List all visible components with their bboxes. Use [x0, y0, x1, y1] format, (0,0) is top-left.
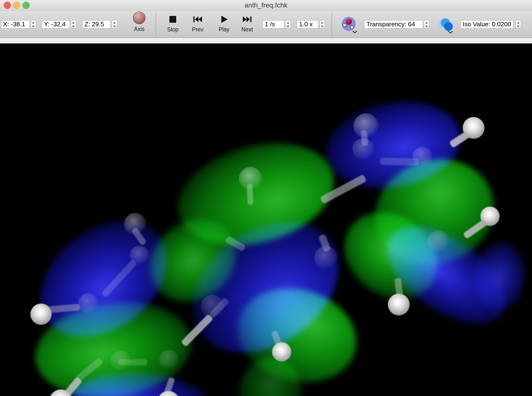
- hydrogen-atom: [49, 389, 72, 396]
- next-button-label: Next: [241, 26, 253, 33]
- transparency-field[interactable]: Transparency: 64: [364, 20, 423, 28]
- transparency-stepper[interactable]: [424, 20, 429, 28]
- hydrogen-atom: [272, 342, 291, 361]
- speed-stepper[interactable]: [320, 20, 325, 28]
- iso-value-stepper[interactable]: [516, 20, 521, 28]
- toolbar-substrip: [0, 38, 532, 43]
- stop-icon: [168, 14, 178, 24]
- hydrogen-atom: [388, 294, 410, 315]
- hydrogen-atom: [463, 117, 484, 139]
- surface-color-dropdown[interactable]: [436, 18, 457, 35]
- rotation-x-field[interactable]: X: -38.1: [1, 20, 30, 28]
- speed-field[interactable]: 1.0 x: [297, 20, 318, 28]
- window-title: anth_freq.fchk: [0, 0, 532, 11]
- axis-sphere-icon: [133, 12, 146, 24]
- axis-button-label: Axis: [134, 26, 144, 32]
- skip-back-icon: [192, 14, 203, 24]
- play-icon: [219, 14, 229, 24]
- atoms-layer: [0, 43, 532, 396]
- axis-button[interactable]: Axis: [129, 12, 149, 37]
- next-button[interactable]: Next: [237, 14, 257, 37]
- toolbar-separator: [331, 12, 332, 36]
- play-button[interactable]: Play: [214, 14, 234, 37]
- stop-button-label: Stop: [167, 26, 178, 33]
- rotation-y-field[interactable]: Y: -32.4: [42, 20, 70, 28]
- prev-button[interactable]: Prev: [188, 14, 208, 37]
- hydrogen-atom: [480, 207, 500, 226]
- hydrogen-atom: [30, 304, 52, 325]
- chevron-down-icon: [448, 30, 453, 34]
- rotation-x-stepper[interactable]: [31, 20, 36, 28]
- surface-style-dropdown[interactable]: [342, 17, 359, 35]
- rotation-z-stepper[interactable]: [112, 20, 117, 28]
- prev-button-label: Prev: [192, 26, 203, 33]
- rotation-y-stepper[interactable]: [71, 20, 76, 28]
- viewport[interactable]: [0, 43, 532, 396]
- app-window: anth_freq.fchk X: -38.1 Y: -32.4 Z: 29.5…: [0, 0, 532, 396]
- skip-forward-icon: [242, 14, 252, 24]
- toolbar-separator: [155, 12, 156, 36]
- frame-rate-field[interactable]: 1 /s: [263, 20, 284, 28]
- iso-value-field[interactable]: Iso Value: 0.0200: [461, 20, 513, 28]
- title-bar: anth_freq.fchk: [0, 0, 532, 11]
- frame-rate-stepper[interactable]: [285, 20, 291, 28]
- toolbar: X: -38.1 Y: -32.4 Z: 29.5 Axis Stop: [0, 11, 532, 38]
- play-button-label: Play: [219, 26, 230, 33]
- chevron-down-icon: [352, 30, 358, 34]
- stop-button[interactable]: Stop: [163, 14, 183, 37]
- rotation-z-field[interactable]: Z: 29.5: [82, 20, 111, 28]
- hydrogen-atom: [157, 391, 180, 396]
